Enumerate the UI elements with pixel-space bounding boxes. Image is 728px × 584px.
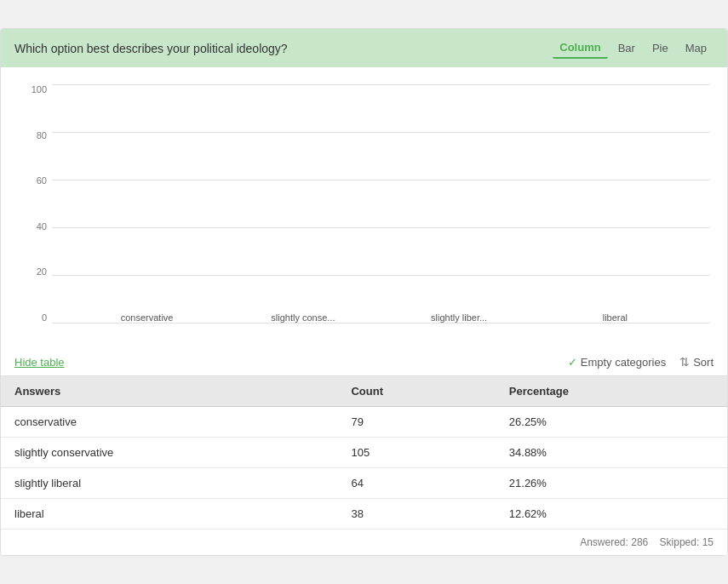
y-label-80: 80 [37,130,47,140]
question-title: Which option best describes your politic… [14,42,288,55]
skipped-value: 15 [702,536,714,548]
table-row: slightly liberal 64 21.26% [1,468,727,499]
chart-inner: conservative slightly conse... slightly … [52,84,710,323]
gridline-0 [52,323,710,323]
table-row: liberal 38 12.62% [1,499,727,530]
checkmark-icon: ✓ [568,356,577,369]
cell-pct-1: 34.88% [496,438,727,468]
cell-count-1: 105 [337,438,495,468]
bar-col-conservative: conservative [69,307,225,323]
cell-answer-2: slightly liberal [1,468,337,499]
y-axis: 100 80 60 40 20 0 [18,84,52,323]
sort-button[interactable]: ⇅ Sort [679,355,714,369]
footer: Answered: 286 Skipped: 15 [1,530,727,555]
cell-pct-3: 12.62% [496,499,727,530]
tab-column[interactable]: Column [553,37,607,59]
tab-map[interactable]: Map [679,38,714,58]
table-row: conservative 79 26.25% [1,407,727,438]
cell-pct-0: 26.25% [496,407,727,438]
cell-answer-0: conservative [1,407,337,438]
toolbar-right: ✓ Empty categories ⇅ Sort [568,355,714,369]
chart-type-tabs: Column Bar Pie Map [553,37,714,59]
bar-col-liberal: liberal [537,307,693,323]
empty-categories-label: Empty categories [581,356,666,369]
y-label-0: 0 [42,312,47,323]
bar-label-conservative: conservative [121,312,174,323]
tab-bar[interactable]: Bar [611,38,642,58]
sort-label: Sort [693,356,714,369]
bars-group: conservative slightly conse... slightly … [52,84,710,323]
chart-area: 100 80 60 40 20 0 [1,67,727,348]
cell-answer-1: slightly conservative [1,438,337,468]
cell-answer-3: liberal [1,499,337,530]
sort-icon: ⇅ [679,355,690,369]
answered-label: Answered: [580,536,628,548]
tab-pie[interactable]: Pie [645,38,675,58]
answered-value: 286 [631,536,648,548]
cell-count-3: 38 [337,499,495,530]
y-label-20: 20 [37,266,47,277]
col-header-percentage: Percentage [496,376,727,407]
bar-label-slightly-liberal: slightly liber... [431,312,487,323]
cell-count-2: 64 [337,468,495,499]
empty-categories: ✓ Empty categories [568,356,666,369]
data-table: Answers Count Percentage conservative 79… [1,376,727,530]
y-label-100: 100 [32,84,47,94]
cell-count-0: 79 [337,407,495,438]
y-label-60: 60 [37,175,47,186]
y-label-40: 40 [37,221,47,232]
bar-label-liberal: liberal [603,312,628,323]
col-header-answers: Answers [1,376,337,407]
card-header: Which option best describes your politic… [1,29,727,67]
survey-card: Which option best describes your politic… [0,28,728,556]
chart-container: 100 80 60 40 20 0 [18,84,710,348]
bar-label-slightly-conservative: slightly conse... [271,312,335,323]
table-row: slightly conservative 105 34.88% [1,438,727,468]
skipped-label: Skipped: [660,536,700,548]
hide-table-link[interactable]: Hide table [14,356,65,369]
table-header-row: Answers Count Percentage [1,376,727,407]
bar-col-slightly-liberal: slightly liber... [381,307,537,323]
cell-pct-2: 21.26% [496,468,727,499]
bar-col-slightly-conservative: slightly conse... [225,307,381,323]
toolbar: Hide table ✓ Empty categories ⇅ Sort [1,348,727,376]
col-header-count: Count [337,376,495,407]
table-section: Answers Count Percentage conservative 79… [1,376,727,530]
